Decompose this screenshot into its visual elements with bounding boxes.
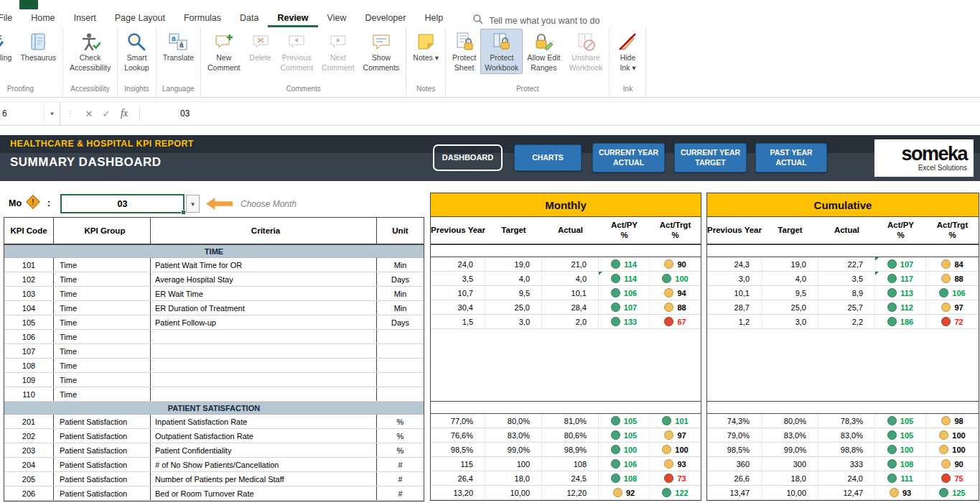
name-box-dropdown-icon[interactable]: ▾ [44, 102, 60, 125]
tab-developer[interactable]: Developer [355, 10, 415, 27]
kpi-unit-cell[interactable]: % [377, 429, 424, 443]
kpi-code-cell[interactable]: 204 [4, 458, 54, 471]
value-cell[interactable]: 1,5 [431, 315, 485, 328]
status-cell[interactable]: 93 [650, 457, 701, 471]
value-cell[interactable]: 10,00 [762, 486, 818, 499]
status-cell[interactable]: 125 [926, 486, 979, 499]
value-cell[interactable]: 4,0 [485, 272, 542, 285]
value-cell[interactable]: 98,5% [707, 443, 762, 456]
kpi-unit-cell[interactable]: # [377, 486, 424, 500]
value-cell[interactable]: 98,8% [818, 443, 875, 456]
kpi-unit-cell[interactable]: Days [377, 315, 424, 329]
tab-page-layout[interactable]: Page Layout [106, 10, 174, 27]
enter-icon[interactable]: ✓ [98, 109, 115, 119]
ribbon-button-notes[interactable]: Notes ▾ [409, 29, 443, 65]
kpi-criteria-cell[interactable]: Number of Patients per Medical Staff [151, 472, 377, 486]
ribbon-button-allow-edit-ranges[interactable]: Allow EditRanges [523, 29, 564, 74]
value-cell[interactable]: 4,0 [762, 272, 818, 285]
tab-home[interactable]: Home [22, 10, 64, 27]
value-cell[interactable]: 12,47 [818, 486, 875, 499]
kpi-code-cell[interactable]: 105 [4, 315, 54, 329]
status-cell[interactable]: 100 [926, 428, 979, 442]
kpi-code-cell[interactable]: 106 [4, 330, 54, 343]
status-cell[interactable]: 75 [926, 471, 979, 485]
formula-bar-value[interactable]: 03 [146, 109, 190, 119]
value-cell[interactable]: 80,0% [485, 414, 542, 428]
kpi-criteria-cell[interactable] [151, 387, 377, 401]
status-cell[interactable]: 93 [875, 486, 926, 499]
tab-help[interactable]: Help [415, 10, 452, 27]
value-cell[interactable]: 80,6% [542, 428, 599, 442]
status-cell[interactable]: 112 [875, 300, 926, 314]
ribbon-button-thesaurus[interactable]: Thesaurus [16, 29, 60, 65]
kpi-criteria-cell[interactable]: Patient Confidentiality [151, 443, 377, 457]
kpi-criteria-cell[interactable] [151, 344, 377, 358]
value-cell[interactable]: 4,0 [542, 272, 599, 285]
value-cell[interactable]: 10,1 [707, 286, 762, 300]
status-cell[interactable]: 114 [599, 257, 650, 271]
status-cell[interactable]: 133 [599, 315, 650, 328]
value-cell[interactable]: 2,2 [818, 315, 875, 328]
status-cell[interactable]: 90 [650, 257, 701, 271]
status-cell[interactable]: 84 [926, 257, 979, 271]
kpi-group-cell[interactable]: Time [54, 359, 151, 372]
kpi-code-cell[interactable]: 102 [4, 272, 54, 286]
value-cell[interactable]: 26,6 [707, 471, 762, 485]
kpi-unit-cell[interactable] [377, 330, 424, 343]
status-cell[interactable]: 94 [650, 286, 701, 300]
value-cell[interactable]: 108 [542, 457, 599, 471]
kpi-code-cell[interactable]: 110 [4, 387, 54, 401]
status-cell[interactable]: 88 [650, 300, 701, 314]
kpi-criteria-cell[interactable] [151, 330, 377, 343]
kpi-criteria-cell[interactable]: ER Duration of Treatment [151, 301, 377, 315]
value-cell[interactable]: 24,0 [431, 257, 485, 271]
kpi-group-cell[interactable]: Time [54, 301, 151, 315]
status-cell[interactable]: 88 [926, 272, 979, 285]
kpi-group-cell[interactable]: Patient Satisfaction [54, 486, 151, 500]
status-cell[interactable]: 114 [599, 272, 650, 285]
kpi-unit-cell[interactable] [377, 373, 424, 387]
value-cell[interactable]: 100 [485, 457, 542, 471]
value-cell[interactable]: 10,1 [542, 286, 599, 300]
kpi-unit-cell[interactable]: # [377, 472, 424, 486]
value-cell[interactable]: 81,0% [542, 414, 599, 428]
status-cell[interactable]: 108 [599, 471, 650, 485]
value-cell[interactable]: 83,0% [485, 428, 542, 442]
insert-function-icon[interactable]: fx [115, 108, 134, 119]
ribbon-button-translate[interactable]: aâTranslate [159, 29, 198, 65]
value-cell[interactable]: 13,47 [707, 486, 762, 499]
status-cell[interactable]: 107 [599, 300, 650, 314]
value-cell[interactable]: 24,0 [818, 471, 875, 485]
kpi-criteria-cell[interactable]: Patient Follow-up [151, 315, 377, 329]
value-cell[interactable]: 30,4 [431, 300, 485, 314]
status-cell[interactable]: 106 [926, 286, 979, 300]
ribbon-button-show-comments[interactable]: ShowComments [359, 29, 404, 74]
status-cell[interactable]: 97 [926, 300, 979, 314]
value-cell[interactable]: 78,3% [818, 414, 875, 428]
kpi-unit-cell[interactable]: % [377, 443, 424, 457]
nav-button-past-year-actual[interactable]: PAST YEAR ACTUAL [755, 143, 827, 172]
value-cell[interactable]: 13,20 [431, 486, 485, 499]
ribbon-button-check-accessibility[interactable]: CheckAccessibility [65, 29, 115, 74]
value-cell[interactable]: 80,0% [762, 414, 818, 428]
status-cell[interactable]: 73 [650, 471, 701, 485]
kpi-group-cell[interactable]: Time [54, 315, 151, 329]
status-cell[interactable]: 108 [875, 457, 926, 471]
kpi-group-cell[interactable]: Time [54, 344, 151, 358]
value-cell[interactable]: 18,0 [485, 471, 542, 485]
kpi-criteria-cell[interactable]: Outpatient Satisfaction Rate [151, 429, 377, 443]
kpi-criteria-cell[interactable]: Patient Wait Time for OR [151, 258, 377, 272]
name-box[interactable]: 6 ▾ [0, 102, 60, 125]
kpi-code-cell[interactable]: 206 [4, 486, 54, 500]
value-cell[interactable]: 25,0 [485, 300, 542, 314]
kpi-code-cell[interactable]: 104 [4, 301, 54, 315]
status-cell[interactable]: 105 [875, 428, 926, 442]
value-cell[interactable]: 22,7 [818, 257, 875, 271]
status-cell[interactable]: 100 [875, 443, 926, 456]
status-cell[interactable]: 97 [650, 428, 701, 442]
status-cell[interactable]: 106 [599, 286, 650, 300]
kpi-unit-cell[interactable] [377, 344, 424, 358]
kpi-criteria-cell[interactable]: # of No Show Patients/Cancellation [151, 458, 377, 471]
status-cell[interactable]: 105 [599, 428, 650, 442]
value-cell[interactable]: 99,0% [485, 443, 542, 456]
